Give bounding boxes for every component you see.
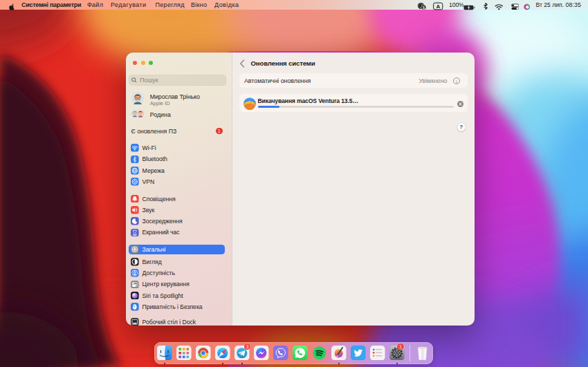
svg-text:i: i [456, 79, 457, 84]
svg-text:A: A [436, 3, 440, 9]
